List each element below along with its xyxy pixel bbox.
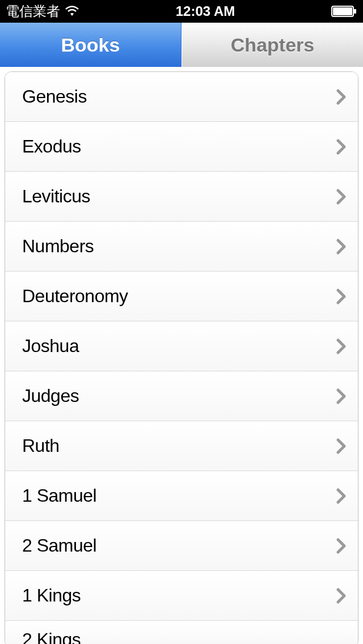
svg-rect-1 bbox=[333, 7, 352, 15]
wifi-icon bbox=[65, 6, 79, 17]
list-item[interactable]: Ruth bbox=[5, 421, 358, 471]
list-item[interactable]: 1 Samuel bbox=[5, 471, 358, 521]
list-item[interactable]: Deuteronomy bbox=[5, 272, 358, 321]
book-label: Judges bbox=[22, 385, 79, 406]
books-list[interactable]: Genesis Exodus Leviticus Numbers Deutero… bbox=[5, 71, 358, 644]
list-item[interactable]: 1 Kings bbox=[5, 571, 358, 621]
chevron-right-icon bbox=[336, 588, 347, 604]
chevron-right-icon bbox=[336, 388, 347, 404]
chevron-right-icon bbox=[336, 139, 347, 155]
list-item[interactable]: Exodus bbox=[5, 122, 358, 172]
book-label: 1 Samuel bbox=[22, 485, 96, 506]
tab-chapters-label: Chapters bbox=[231, 34, 314, 56]
book-label: Leviticus bbox=[22, 186, 90, 207]
book-label: Genesis bbox=[22, 86, 87, 107]
list-item[interactable]: 2 Samuel bbox=[5, 521, 358, 571]
status-bar: 電信業者 12:03 AM bbox=[0, 0, 363, 23]
battery-icon bbox=[331, 6, 357, 17]
tab-books-label: Books bbox=[61, 34, 120, 56]
book-label: Joshua bbox=[22, 336, 79, 357]
book-label: 1 Kings bbox=[22, 585, 81, 606]
svg-rect-2 bbox=[354, 9, 356, 14]
tab-chapters[interactable]: Chapters bbox=[182, 23, 363, 67]
carrier-label: 電信業者 bbox=[6, 2, 60, 20]
book-label: Ruth bbox=[22, 435, 60, 456]
status-right bbox=[331, 6, 357, 17]
list-item[interactable]: Judges bbox=[5, 371, 358, 421]
book-label: Numbers bbox=[22, 236, 94, 257]
book-label: 2 Kings bbox=[22, 629, 81, 645]
tab-books[interactable]: Books bbox=[0, 23, 182, 67]
list-item[interactable]: Joshua bbox=[5, 321, 358, 371]
chevron-right-icon bbox=[336, 438, 347, 454]
book-label: Exodus bbox=[22, 136, 81, 157]
chevron-right-icon bbox=[336, 289, 347, 304]
chevron-right-icon bbox=[336, 488, 347, 504]
list-item[interactable]: Numbers bbox=[5, 222, 358, 272]
status-time: 12:03 AM bbox=[176, 3, 235, 19]
list-item[interactable]: Leviticus bbox=[5, 172, 358, 222]
chevron-right-icon bbox=[336, 538, 347, 554]
chevron-right-icon bbox=[336, 189, 347, 205]
list-item[interactable]: Genesis bbox=[5, 72, 358, 122]
book-label: Deuteronomy bbox=[22, 286, 128, 307]
chevron-right-icon bbox=[336, 89, 347, 105]
chevron-right-icon bbox=[336, 239, 347, 255]
status-left: 電信業者 bbox=[6, 2, 79, 20]
list-item[interactable]: 2 Kings bbox=[5, 621, 358, 644]
book-label: 2 Samuel bbox=[22, 535, 96, 556]
tab-bar: Books Chapters bbox=[0, 23, 363, 67]
chevron-right-icon bbox=[336, 338, 347, 354]
